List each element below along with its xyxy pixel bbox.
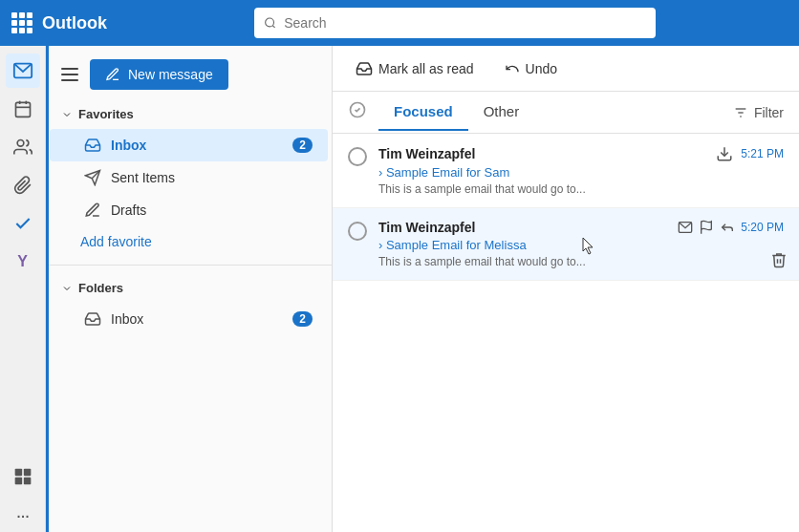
svg-line-1 <box>272 26 274 28</box>
folders-section[interactable]: Folders <box>46 273 332 303</box>
email-time-0: 5:21 PM <box>741 147 784 160</box>
favorites-section[interactable]: Favorites <box>46 99 332 129</box>
sidebar: New message Favorites Inbox 2 Sent Items <box>46 46 333 532</box>
folders-label: Folders <box>78 281 123 295</box>
add-favorite-link[interactable]: Add favorite <box>46 226 332 257</box>
filter-button[interactable]: Filter <box>733 105 784 120</box>
svg-point-0 <box>266 18 274 27</box>
paperclip-nav-icon[interactable] <box>6 168 40 202</box>
select-all-checkbox[interactable] <box>348 100 367 124</box>
people-nav-icon[interactable] <box>6 130 40 164</box>
new-message-label: New message <box>128 67 213 82</box>
favorites-label: Favorites <box>78 107 134 121</box>
svg-rect-8 <box>14 469 22 477</box>
filter-icon <box>733 105 748 120</box>
tab-focused[interactable]: Focused <box>378 94 468 131</box>
email-item-0[interactable]: Tim Weinzapfel 5:21 PM Sample Email for … <box>333 134 799 208</box>
email-subject-1: Sample Email for Melissa <box>378 238 784 252</box>
email-panel: Mark all as read Undo Focused Other <box>333 46 799 532</box>
mail-nav-icon[interactable] <box>6 53 40 88</box>
search-bar[interactable] <box>254 8 656 38</box>
drafts-icon <box>84 202 101 219</box>
mark-read-icon <box>356 60 373 77</box>
email-toolbar: Mark all as read Undo <box>333 46 799 92</box>
sent-items-label: Sent Items <box>111 170 175 185</box>
search-icon <box>264 16 276 30</box>
inbox-icon <box>84 137 101 154</box>
email-sender-0: Tim Weinzapfel <box>378 146 475 161</box>
reply-icon-1[interactable] <box>720 220 735 235</box>
svg-rect-11 <box>23 478 31 485</box>
more-nav-icon[interactable]: ··· <box>6 498 40 532</box>
sidebar-divider <box>46 265 332 266</box>
drafts-label: Drafts <box>111 202 146 218</box>
inbox-2-icon <box>84 310 101 328</box>
undo-button[interactable]: Undo <box>497 57 565 80</box>
email-item-1[interactable]: Tim Weinzapfel 5:20 PM <box>333 208 799 281</box>
sidebar-toolbar: New message <box>46 53 332 96</box>
flag-icon-1[interactable] <box>699 220 714 235</box>
email-checkbox-1[interactable] <box>348 222 367 241</box>
email-tabs: Focused Other Filter <box>333 92 799 134</box>
app-title: Outlook <box>42 13 107 33</box>
main-layout: Y ··· New message <box>0 46 799 532</box>
new-message-button[interactable]: New message <box>90 59 228 90</box>
mark-all-read-label: Mark all as read <box>378 61 474 76</box>
svg-rect-9 <box>23 469 31 477</box>
apps-nav-icon[interactable] <box>6 459 40 494</box>
email-time-1: 5:20 PM <box>741 221 784 234</box>
svg-point-7 <box>17 140 24 147</box>
filter-label: Filter <box>754 105 784 120</box>
email-header-1: Tim Weinzapfel 5:20 PM <box>378 220 784 235</box>
email-content-0: Tim Weinzapfel 5:21 PM Sample Email for … <box>378 145 784 196</box>
inbox-2-label: Inbox <box>111 311 143 327</box>
grid-icon <box>11 12 32 33</box>
sidebar-item-inbox[interactable]: Inbox 2 <box>50 129 328 161</box>
sidebar-item-inbox-2[interactable]: Inbox 2 <box>50 303 328 335</box>
inbox-badge: 2 <box>292 138 313 153</box>
folders-chevron-icon <box>61 283 73 294</box>
sidebar-item-sent[interactable]: Sent Items <box>50 161 328 194</box>
checkmark-nav-icon[interactable] <box>6 206 40 241</box>
mark-all-read-button[interactable]: Mark all as read <box>348 56 482 81</box>
delete-icon-1[interactable] <box>770 251 788 268</box>
tab-focused-label: Focused <box>394 103 453 119</box>
undo-icon <box>505 61 520 76</box>
yammer-nav-icon[interactable]: Y <box>6 245 40 279</box>
calendar-nav-icon[interactable] <box>6 92 40 126</box>
inbox-2-badge: 2 <box>292 311 313 327</box>
undo-label: Undo <box>526 61 557 76</box>
hamburger-menu[interactable] <box>57 64 82 85</box>
add-favorite-label: Add favorite <box>80 234 152 249</box>
download-icon-0[interactable] <box>716 145 733 162</box>
email-content-1: Tim Weinzapfel 5:20 PM <box>378 220 784 268</box>
email-header-0: Tim Weinzapfel 5:21 PM <box>378 145 784 162</box>
email-preview-1: This is a sample email that would go to.… <box>378 255 761 268</box>
app-logo: Outlook <box>11 12 107 33</box>
sidebar-item-drafts[interactable]: Drafts <box>50 194 328 226</box>
email-subject-0: Sample Email for Sam <box>378 165 784 180</box>
svg-rect-10 <box>14 478 22 485</box>
email-list: Tim Weinzapfel 5:21 PM Sample Email for … <box>333 134 799 532</box>
email-preview-0: This is a sample email that would go to.… <box>378 182 784 196</box>
circle-check-icon <box>348 100 367 119</box>
compose-icon <box>105 67 120 82</box>
svg-rect-3 <box>15 102 30 117</box>
tab-other[interactable]: Other <box>468 94 535 131</box>
inbox-label: Inbox <box>111 138 146 153</box>
top-bar: Outlook <box>0 0 799 46</box>
sent-icon <box>84 169 101 186</box>
email-checkbox-0[interactable] <box>348 147 367 166</box>
tab-other-label: Other <box>484 103 520 119</box>
left-rail: Y ··· <box>0 46 46 532</box>
email-sender-1: Tim Weinzapfel <box>378 220 475 235</box>
envelope-icon-1[interactable] <box>678 220 693 235</box>
chevron-down-icon <box>61 109 73 120</box>
search-input[interactable] <box>284 15 646 31</box>
